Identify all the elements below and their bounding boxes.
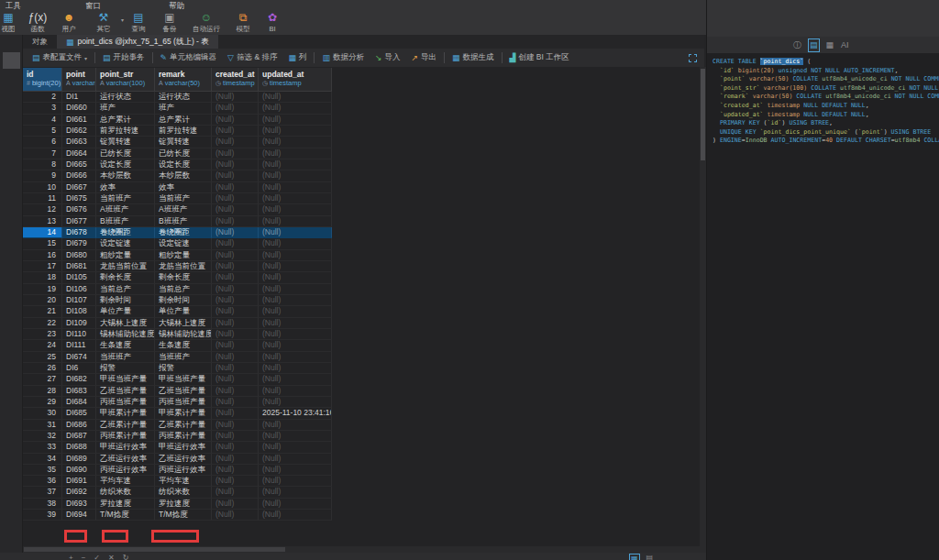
- cell[interactable]: 19: [23, 284, 62, 295]
- cell[interactable]: (Null): [212, 465, 259, 476]
- cell[interactable]: (Null): [212, 487, 259, 498]
- table-row[interactable]: 32DI687丙班累计产量丙班累计产量(Null)(Null): [23, 431, 332, 442]
- cell[interactable]: A班班产: [155, 204, 212, 215]
- horizontal-scrollbar[interactable]: [23, 546, 700, 553]
- cell[interactable]: (Null): [259, 397, 332, 408]
- cell[interactable]: (Null): [212, 137, 259, 148]
- cell[interactable]: 27: [23, 374, 62, 385]
- cell[interactable]: (Null): [212, 126, 259, 137]
- focus-mode-icon[interactable]: [689, 54, 697, 62]
- cell[interactable]: (Null): [259, 204, 332, 215]
- cell[interactable]: 设定锭速: [155, 238, 212, 249]
- cell[interactable]: 2: [23, 92, 62, 103]
- action-data-analysis[interactable]: ▥数据分析: [316, 49, 370, 67]
- cell[interactable]: 甲班累计产量: [155, 408, 212, 419]
- toolbar-query[interactable]: ▤查询: [123, 11, 154, 35]
- cell[interactable]: (Null): [212, 306, 259, 317]
- cell[interactable]: DI6: [62, 363, 96, 374]
- cell[interactable]: (Null): [259, 386, 332, 397]
- cell[interactable]: 11: [23, 193, 62, 204]
- cell[interactable]: (Null): [259, 420, 332, 431]
- cell[interactable]: 运行状态: [155, 92, 212, 103]
- cell[interactable]: DI683: [62, 386, 96, 397]
- cell[interactable]: 当班班产: [96, 352, 155, 363]
- cell[interactable]: (Null): [259, 103, 332, 114]
- cell[interactable]: 剩余时间: [96, 295, 155, 306]
- cell[interactable]: (Null): [212, 318, 259, 329]
- cell[interactable]: (Null): [259, 159, 332, 170]
- table-row[interactable]: 20DI107剩余时间剩余时间(Null)(Null): [23, 295, 332, 306]
- column-header-updated_at[interactable]: updated_at◷timestamp: [259, 68, 332, 92]
- table-row[interactable]: 21DI108单位产量单位产量(Null)(Null): [23, 306, 332, 317]
- cell[interactable]: (Null): [212, 204, 259, 215]
- cell[interactable]: (Null): [259, 284, 332, 295]
- cell[interactable]: 甲班当班产量: [155, 374, 212, 385]
- cell[interactable]: 18: [23, 272, 62, 283]
- cell[interactable]: 29: [23, 397, 62, 408]
- cell[interactable]: DI662: [62, 126, 96, 137]
- cell[interactable]: (Null): [259, 137, 332, 148]
- cell[interactable]: 甲班运行效率: [96, 442, 155, 453]
- table-row[interactable]: 39DI694T/M捻度T/M捻度(Null)(Null): [23, 510, 332, 521]
- cell[interactable]: DI667: [62, 182, 96, 193]
- cell[interactable]: A班班产: [96, 204, 155, 215]
- ai-icon[interactable]: AI: [840, 39, 850, 51]
- cell[interactable]: DI690: [62, 465, 96, 476]
- action-export[interactable]: ↗导出: [406, 49, 443, 67]
- cell[interactable]: (Null): [259, 374, 332, 385]
- cell[interactable]: 前罗拉转速: [96, 126, 155, 137]
- table-row[interactable]: 4DI661总产累计总产累计(Null)(Null): [23, 115, 332, 126]
- ddl-view-icon[interactable]: ▤: [808, 38, 820, 52]
- table-row[interactable]: 24DI111生条速度生条速度(Null)(Null): [23, 340, 332, 351]
- cell[interactable]: 乙班运行效率: [96, 454, 155, 465]
- cell[interactable]: (Null): [259, 295, 332, 306]
- cell[interactable]: (Null): [212, 352, 259, 363]
- toolbar-bi[interactable]: ✿BI: [259, 11, 286, 35]
- cell[interactable]: (Null): [259, 476, 332, 487]
- cell[interactable]: 31: [23, 420, 62, 431]
- toolbar-automation[interactable]: ☺自动运行: [185, 11, 227, 35]
- cell[interactable]: DI107: [62, 295, 96, 306]
- record-nav-icon-4[interactable]: ↻: [123, 554, 129, 560]
- cell[interactable]: 28: [23, 386, 62, 397]
- cell[interactable]: 平均车速: [96, 476, 155, 487]
- collapsed-left-pane[interactable]: [0, 35, 23, 553]
- table-row[interactable]: 22DI109大锡林上速度大锡林上速度(Null)(Null): [23, 318, 332, 329]
- action-table-profile[interactable]: ▤表配置文件▾: [27, 49, 93, 67]
- cell[interactable]: 已纺长度: [96, 148, 155, 159]
- toolbar-backup[interactable]: ▣备份: [154, 11, 185, 35]
- cell[interactable]: 大锡林上速度: [155, 318, 212, 329]
- cell[interactable]: (Null): [259, 216, 332, 227]
- column-header-point_str[interactable]: point_strAvarchar(100): [96, 68, 155, 92]
- cell[interactable]: 纺织米数: [155, 487, 212, 498]
- table-row[interactable]: 33DI688甲班运行效率甲班运行效率(Null)(Null): [23, 442, 332, 453]
- table-row[interactable]: 36DI691平均车速平均车速(Null)(Null): [23, 476, 332, 487]
- table-row[interactable]: 35DI690丙班运行效率丙班运行效率(Null)(Null): [23, 465, 332, 476]
- cell[interactable]: DI664: [62, 148, 96, 159]
- cell[interactable]: (Null): [259, 261, 332, 272]
- cell[interactable]: B班班产: [155, 216, 212, 227]
- cell[interactable]: 35: [23, 465, 62, 476]
- cell[interactable]: (Null): [259, 329, 332, 340]
- cell[interactable]: DI106: [62, 284, 96, 295]
- table-row[interactable]: 25DI674当班班产当班班产(Null)(Null): [23, 352, 332, 363]
- cell[interactable]: 已纺长度: [155, 148, 212, 159]
- cell[interactable]: T/M捻度: [155, 510, 212, 521]
- cell[interactable]: DI666: [62, 170, 96, 181]
- table-row[interactable]: 5DI662前罗拉转速前罗拉转速(Null)(Null): [23, 126, 332, 137]
- cell[interactable]: (Null): [212, 499, 259, 510]
- cell[interactable]: (Null): [259, 148, 332, 159]
- cell[interactable]: 生条速度: [155, 340, 212, 351]
- grid-view-icon[interactable]: ▦: [825, 39, 835, 51]
- cell[interactable]: 甲班运行效率: [155, 442, 212, 453]
- vertical-scrollbar[interactable]: [700, 67, 706, 553]
- table-row[interactable]: 29DI684丙班当班产量丙班当班产量(Null)(Null): [23, 397, 332, 408]
- cell[interactable]: 锭翼转速: [96, 137, 155, 148]
- cell[interactable]: 剩余时间: [155, 295, 212, 306]
- cell[interactable]: DI688: [62, 442, 96, 453]
- cell[interactable]: (Null): [212, 261, 259, 272]
- table-row[interactable]: 3DI660班产班产(Null)(Null): [23, 103, 332, 114]
- table-row[interactable]: 7DI664已纺长度已纺长度(Null)(Null): [23, 148, 332, 159]
- cell[interactable]: DI675: [62, 193, 96, 204]
- cell[interactable]: (Null): [212, 159, 259, 170]
